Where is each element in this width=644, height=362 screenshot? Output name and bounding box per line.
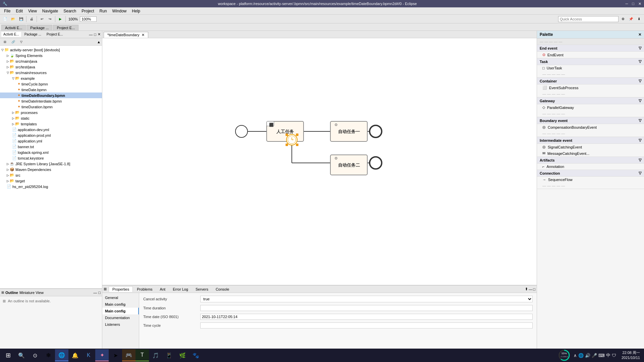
tree-tomcat[interactable]: 📄 tomcat.keystore [0,155,102,161]
tab-errorlog[interactable]: Error Log [169,287,192,292]
taskview-button[interactable]: ⊙ [28,349,42,361]
tray-mic-icon[interactable]: 🎤 [592,353,597,358]
tree-spring-elements[interactable]: ▷ 🍃 Spring Elements [0,53,102,58]
tree-app-prod[interactable]: 📄 application-prod.yml [0,132,102,138]
tree-timecycle[interactable]: ✦ timeCycle.bpmn [0,81,102,87]
bottom-panel-float-icon[interactable]: ⬆ [525,287,528,291]
menu-item-run[interactable]: Run [97,8,110,14]
taskbar-app-10[interactable]: 📱 [162,349,176,361]
tab-ant[interactable]: Ant [157,287,169,292]
bottom-panel-maximize-icon[interactable]: □ [533,287,535,291]
taskbar-app-3[interactable]: 🔔 [68,349,82,361]
panel-maximize-icon[interactable]: □ [94,33,96,37]
minimize-button[interactable]: ─ [626,2,628,6]
palette-group-intermediate-event-header[interactable]: Intermediate event ▽ [537,137,644,144]
clock-display[interactable]: 22:08 周一 2021/10/11 [619,350,643,361]
taskbar-app-9[interactable]: 🎵 [149,349,162,361]
tab-package[interactable]: Package ... [26,25,52,31]
link-editor-button[interactable]: 🔗 [9,39,17,45]
tree-timedate[interactable]: ✦ timeDate.bpmn [0,87,102,93]
palette-parallelgateway-item[interactable]: ◇ ParallelGateway [537,104,644,111]
taskbar-app-1[interactable]: ❄ [42,349,55,361]
taskbar-app-11[interactable]: 🌿 [176,349,189,361]
tab-project[interactable]: Project E... [53,25,78,31]
run-button[interactable]: ▶ [57,16,64,22]
time-cycle-input[interactable] [200,322,533,328]
panel-close-icon[interactable]: ✕ [98,32,101,37]
palette-group-artifacts-header[interactable]: Artifacts ▽ [537,157,644,164]
tray-network-icon[interactable]: 🌐 [578,353,584,358]
tree-banner[interactable]: 📄 banner.txt [0,144,102,149]
tree-maven[interactable]: ▷ 📦 Maven Dependencies [0,167,102,172]
new-button[interactable]: 📄 [1,16,9,22]
tree-activity-server[interactable]: ▽ 📁 activity-server [boot] [devtools] [0,47,102,53]
tree-timedateboundary[interactable]: ✦ timeDateBoundary.bpmn [0,93,102,98]
tray-keyboard-icon[interactable]: ⌨ [598,353,605,358]
redo-button[interactable]: ↪ [46,16,54,22]
menu-item-view[interactable]: View [25,8,40,14]
open-button[interactable]: 📂 [9,16,17,22]
maximize-button[interactable]: □ [632,2,634,6]
quick-access-input[interactable] [558,16,619,22]
menu-item-navigate[interactable]: Navigate [40,8,61,14]
task1-label[interactable]: 人工任务 [276,129,294,134]
toolbar-extra-1[interactable]: ⚙ [619,16,627,22]
taskbar-app-7[interactable]: 🎮 [122,349,136,361]
palette-annotation-item[interactable]: ⌐ Annotation [537,164,644,170]
tray-expand-icon[interactable]: ∧ [574,353,577,358]
menu-item-edit[interactable]: Edit [13,8,25,14]
search-button[interactable]: 🔍 [15,349,28,361]
zoom-input[interactable] [80,16,97,22]
start-button[interactable]: ⊞ [1,349,15,361]
task3-label[interactable]: 自动任务二 [338,163,360,168]
tree-logback[interactable]: 📄 logback-spring.xml [0,149,102,155]
tree-static[interactable]: ▷ 📂 static [0,115,102,121]
taskbar-app-4[interactable]: K [82,349,95,361]
palette-compensation-boundary-item[interactable]: ◎ CompensationBoundaryEvent [537,124,644,130]
tab-properties[interactable]: Properties [109,286,133,292]
tray-ime-icon[interactable]: 中 [606,352,610,358]
tab-activiti[interactable]: Activiti E... [1,25,26,31]
menu-item-help[interactable]: Help [129,8,143,14]
tab-problems[interactable]: Problems [133,287,156,292]
palette-group-end-event-header[interactable]: End event ▽ [537,45,644,52]
palette-group-connection-header[interactable]: Connection ▽ [537,170,644,177]
tree-processes[interactable]: ▷ 📂 processes [0,110,102,115]
task2-label[interactable]: 自动任务一 [338,129,360,134]
tree-timeduration[interactable]: ✦ timeDuration.bpmn [0,104,102,110]
outline-tab[interactable]: ⊞ [1,291,4,294]
tab-console[interactable]: Console [212,287,232,292]
palette-signal-catching-item[interactable]: ◎ SignalCatchingEvent [537,144,644,150]
outline-maximize-icon[interactable]: □ [98,291,101,295]
editor-tab-timedateboundary[interactable]: *timeDateBoundary ✕ [104,32,148,38]
palette-group-task-header[interactable]: Task ▽ [537,58,644,65]
tree-app-yml[interactable]: 📄 application.yml [0,138,102,144]
tree-menu-button[interactable]: ▽ [17,39,25,45]
tree-target[interactable]: ▷ 📂 target [0,178,102,184]
end-event-2-shape[interactable] [370,157,382,169]
tree-src[interactable]: ▷ 📂 src [0,172,102,178]
toolbar-extra-3[interactable]: ⬇ [635,16,643,22]
start-event-shape[interactable] [235,125,248,137]
palette-group-boundary-event-header[interactable]: Boundary event ▽ [537,117,644,124]
nav-main-config[interactable]: Main config [102,308,139,314]
taskbar-app-6[interactable]: ➤ [109,349,122,361]
close-button[interactable]: ✕ [638,2,641,6]
palette-close-icon[interactable]: ✕ [638,33,641,37]
palette-end-event-item[interactable]: ⊙ EndEvent [537,52,644,58]
nav-listeners[interactable]: Listeners [102,321,139,328]
tree-src-main-resources[interactable]: ▽ 📂 src/main/resources [0,70,102,75]
palette-message-catching-item[interactable]: ✉ MessageCatchingEvent... [537,150,644,157]
time-date-input[interactable] [200,314,533,320]
collapse-all-button[interactable]: ⊟ [1,39,9,45]
taskbar-app-5[interactable]: ✦ [95,349,109,361]
time-duration-input[interactable] [200,305,533,311]
editor-tab-close-icon[interactable]: ✕ [142,33,145,37]
taskbar-app-12[interactable]: 🐾 [189,349,203,361]
palette-sequence-flow-item[interactable]: → SequenceFlow [537,177,644,183]
undo-button[interactable]: ↩ [38,16,46,22]
miniature-view-label[interactable]: Miniature View [19,291,44,295]
tree-app-dev[interactable]: 📄 application-dev.yml [0,127,102,132]
menu-item-window[interactable]: Window [110,8,129,14]
tree-src-test-java[interactable]: ▷ 📂 src/test/java [0,64,102,70]
